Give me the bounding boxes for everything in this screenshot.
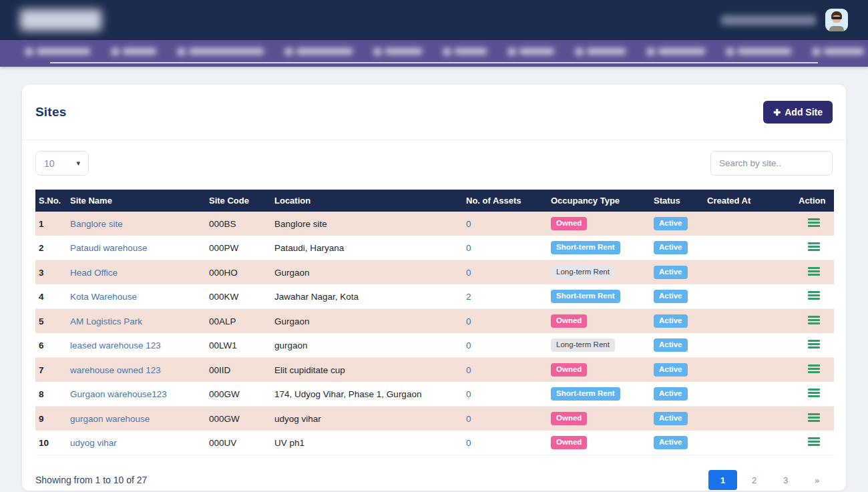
pagination-page[interactable]: 3 (771, 470, 800, 490)
site-location: 174, Udyog Vihar, Phase 1, Gurgaon (271, 382, 463, 407)
pagination-page[interactable]: 2 (740, 470, 769, 490)
column-header: Occupancy Type (548, 190, 650, 212)
nav-item-blurred[interactable] (647, 48, 705, 55)
status-badge: Active (654, 387, 688, 401)
column-header: Site Name (67, 190, 206, 212)
row-actions-menu-icon[interactable] (808, 241, 820, 252)
pagination: 123» (708, 470, 831, 490)
occupancy-type-badge: Long-term Rent (551, 338, 615, 352)
assets-count-link[interactable]: 0 (466, 414, 471, 424)
status-badge: Active (654, 290, 688, 303)
assets-count-link[interactable]: 0 (466, 219, 471, 229)
occupancy-type-badge: Owned (551, 217, 587, 230)
row-actions-menu-icon[interactable] (808, 314, 820, 326)
row-actions-menu-icon[interactable] (808, 217, 820, 228)
row-actions-menu-icon[interactable] (808, 387, 820, 399)
site-location: Pataudi, Haryana (271, 236, 463, 260)
site-code: 00IID (206, 358, 271, 383)
sites-card: Sites ✚ Add Site 10 ▾ S.No.Site NameSite… (22, 85, 846, 491)
assets-count-link[interactable]: 0 (466, 340, 471, 350)
site-name-link[interactable]: warehouse owned 123 (70, 365, 161, 375)
row-serial-number: 6 (35, 333, 67, 358)
nav-item-icon (25, 48, 33, 55)
avatar-sunglasses-shape (831, 17, 842, 19)
row-actions-menu-icon[interactable] (808, 436, 820, 447)
status-badge: Active (654, 241, 688, 254)
nav-item-blurred[interactable] (285, 48, 353, 55)
nav-item-icon (813, 48, 820, 55)
nav-item-blurred[interactable] (813, 48, 864, 55)
occupancy-type-badge: Owned (551, 436, 587, 449)
status-badge: Active (654, 363, 688, 377)
nav-item-blurred[interactable] (25, 48, 90, 55)
column-header: No. of Assets (463, 190, 548, 212)
table-header-row: S.No.Site NameSite CodeLocationNo. of As… (35, 190, 834, 212)
plus-icon: ✚ (773, 107, 781, 117)
user-avatar[interactable] (825, 9, 848, 31)
created-at-date (704, 260, 795, 285)
assets-count-link[interactable]: 0 (466, 268, 471, 278)
table-footer: Showing from 1 to 10 of 27 123» (35, 470, 833, 490)
site-name-link[interactable]: Head Office (70, 268, 118, 278)
occupancy-type-badge: Long-term Rent (551, 266, 615, 279)
site-code: 00LW1 (206, 333, 271, 358)
created-at-date (704, 309, 795, 334)
assets-count-link[interactable]: 0 (466, 438, 471, 448)
site-name-link[interactable]: Pataudi warehouse (70, 243, 148, 253)
site-name-link[interactable]: Kota Warehouse (70, 292, 137, 302)
site-location: Jawahar Nagar, Kota (271, 284, 463, 309)
site-location: gurgaon (271, 333, 463, 358)
sites-table: S.No.Site NameSite CodeLocationNo. of As… (35, 190, 834, 455)
add-site-button[interactable]: ✚ Add Site (763, 101, 833, 124)
nav-item-blurred[interactable] (112, 48, 156, 55)
site-name-link[interactable]: Gurgaon warehouse123 (70, 389, 167, 399)
status-badge: Active (654, 314, 688, 328)
pagination-page[interactable]: » (803, 470, 831, 490)
username-text-blurred (721, 15, 816, 25)
nav-item-label-blurred (123, 48, 156, 55)
main-navbar (0, 40, 868, 67)
search-input[interactable] (710, 151, 833, 176)
nav-item-icon (112, 48, 119, 55)
page-title: Sites (35, 105, 66, 119)
site-location: udyog vihar (271, 407, 463, 431)
assets-count-link[interactable]: 0 (466, 316, 471, 326)
assets-count-link[interactable]: 0 (466, 389, 471, 399)
row-actions-menu-icon[interactable] (808, 266, 820, 277)
status-badge: Active (654, 436, 688, 449)
assets-count-link[interactable]: 0 (466, 243, 471, 253)
page-size-value: 10 (44, 158, 55, 169)
pagination-page-active[interactable]: 1 (708, 470, 737, 490)
nav-item-blurred[interactable] (178, 48, 264, 55)
nav-item-blurred[interactable] (374, 48, 422, 55)
table-row: 2 Pataudi warehouse 000PW Pataudi, Harya… (35, 236, 834, 260)
table-row: 9 gurgaon warehouse 000GW udyog vihar 0 … (35, 407, 834, 431)
app-logo-blurred[interactable] (20, 9, 101, 31)
row-actions-menu-icon[interactable] (808, 290, 820, 301)
page-size-select[interactable]: 10 ▾ (35, 151, 89, 176)
site-name-link[interactable]: Banglore site (70, 219, 123, 229)
site-code: 000PW (206, 236, 271, 260)
card-header: Sites ✚ Add Site (22, 85, 846, 140)
assets-count-link[interactable]: 2 (466, 292, 471, 302)
site-name-link[interactable]: gurgaon warehouse (70, 414, 150, 424)
row-actions-menu-icon[interactable] (808, 363, 820, 375)
site-name-link[interactable]: AM Logistics Park (70, 316, 142, 326)
nav-item-blurred[interactable] (508, 48, 554, 55)
nav-item-label-blurred (658, 48, 705, 55)
site-name-link[interactable]: udyog vihar (70, 438, 117, 448)
nav-item-icon (508, 48, 515, 55)
column-header: S.No. (35, 190, 67, 212)
nav-item-blurred[interactable] (726, 48, 791, 55)
site-name-link[interactable]: leased warehouse 123 (70, 340, 161, 350)
status-badge: Active (654, 412, 688, 425)
nav-item-label-blurred (738, 48, 791, 55)
site-code: 000HO (206, 260, 271, 285)
assets-count-link[interactable]: 0 (466, 365, 471, 375)
row-actions-menu-icon[interactable] (808, 412, 820, 423)
nav-item-blurred[interactable] (576, 48, 626, 55)
site-code: 000KW (206, 284, 271, 309)
nav-item-blurred[interactable] (443, 48, 487, 55)
site-code: 000BS (206, 212, 271, 236)
row-actions-menu-icon[interactable] (808, 338, 820, 350)
